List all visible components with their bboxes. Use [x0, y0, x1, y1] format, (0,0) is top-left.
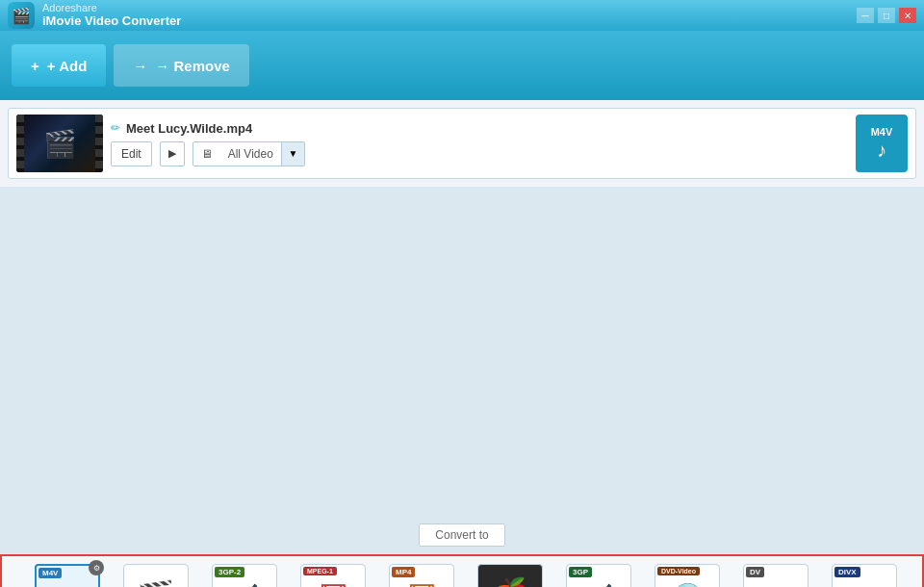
- format-item-dv[interactable]: DV 📷 DV: [733, 564, 818, 587]
- edit-button[interactable]: Edit: [111, 141, 152, 166]
- titlebar-controls: ─ □ ✕: [857, 8, 916, 23]
- file-list-area: 🎬 ✏ Meet Lucy.Wilde.mp4 Edit ▶ 🖥 All Vid…: [0, 100, 924, 187]
- format-item-dvd[interactable]: DVD-Video 💿 DVD-Video: [645, 564, 730, 587]
- mpeg1-icon: 🎞: [320, 581, 346, 588]
- file-controls: Edit ▶ 🖥 All Video ▼: [111, 141, 848, 166]
- 3gp2-badge: 3GP-2: [215, 567, 244, 577]
- gear-icon: ⚙: [89, 560, 104, 575]
- mpeg1-badge: MPEG-1: [303, 567, 337, 575]
- format-icons-list: ⚙ M4V ♪ M4V 🎬 iMovie 3GP-2 📹 3GP-2: [25, 564, 907, 587]
- maximize-button[interactable]: □: [878, 8, 895, 23]
- 3gp-badge: 3GP: [569, 567, 592, 577]
- ipad-icon: 🍎: [489, 576, 532, 587]
- format-item-3gp[interactable]: 3GP 📹 3GP: [556, 564, 641, 587]
- main-area: Convert to: [0, 187, 924, 554]
- imovie-icon: 🎬: [137, 578, 175, 587]
- format-item-m4v[interactable]: ⚙ M4V ♪ M4V: [25, 564, 110, 587]
- format-item-mp4[interactable]: MP4 🎞 MP4: [379, 564, 464, 587]
- dv-badge: DV: [746, 567, 764, 577]
- app-logo: 🎬: [8, 2, 35, 29]
- format-item-ipad[interactable]: 🍎 iPad: [468, 564, 552, 587]
- divx-badge: DIVX: [834, 567, 860, 577]
- 3gp-icon: 📹: [582, 581, 616, 588]
- format-dropdown-icon: 🖥: [193, 147, 220, 161]
- file-name-row: ✏ Meet Lucy.Wilde.mp4: [111, 121, 848, 136]
- badge-music-icon: ♪: [877, 140, 886, 162]
- file-name: Meet Lucy.Wilde.mp4: [126, 121, 252, 136]
- add-icon: +: [31, 58, 39, 74]
- close-button[interactable]: ✕: [899, 8, 916, 23]
- format-item-imovie[interactable]: 🎬 iMovie: [114, 564, 198, 587]
- format-item-mpeg1[interactable]: MPEG-1 🎞 MPEG-1: [291, 564, 375, 587]
- add-button[interactable]: + + Add: [12, 44, 106, 87]
- m4v-badge: M4V: [38, 568, 62, 578]
- format-item-3gp2[interactable]: 3GP-2 📹 3GP-2: [202, 564, 287, 587]
- nav-next-button[interactable]: ›: [909, 566, 924, 588]
- pencil-icon: ✏: [111, 121, 120, 135]
- format-panel: ‹ ⚙ M4V ♪ M4V 🎬 iMovie 3: [0, 554, 924, 587]
- titlebar: 🎬 Adoreshare iMovie Video Converter ─ □ …: [0, 0, 924, 31]
- dvd-badge: DVD-Video: [657, 567, 700, 575]
- dvd-icon: 💿: [671, 581, 705, 588]
- mp4-icon: 🎞: [408, 581, 435, 588]
- file-thumbnail: 🎬: [16, 115, 103, 172]
- file-info: ✏ Meet Lucy.Wilde.mp4 Edit ▶ 🖥 All Video…: [111, 121, 848, 166]
- 3gp2-icon: 📹: [228, 581, 262, 588]
- remove-button[interactable]: → → Remove: [114, 44, 249, 87]
- badge-format-label: M4V: [871, 126, 893, 138]
- dv-icon: 📷: [759, 581, 793, 588]
- remove-icon: →: [133, 58, 147, 74]
- app-name-block: Adoreshare iMovie Video Converter: [42, 2, 181, 29]
- thumbnail-image: 🎬: [16, 115, 103, 172]
- minimize-button[interactable]: ─: [857, 8, 874, 23]
- remove-label: → Remove: [155, 58, 230, 74]
- m4v-icon: ♪: [61, 581, 74, 587]
- app-title: iMovie Video Converter: [42, 13, 181, 29]
- format-item-divx[interactable]: DIVX ✖ DIVX: [822, 564, 907, 587]
- file-item: 🎬 ✏ Meet Lucy.Wilde.mp4 Edit ▶ 🖥 All Vid…: [8, 108, 916, 179]
- format-dropdown[interactable]: 🖥 All Video ▼: [192, 141, 305, 166]
- dropdown-arrow-button[interactable]: ▼: [281, 141, 304, 166]
- play-button[interactable]: ▶: [160, 141, 185, 166]
- titlebar-left: 🎬 Adoreshare iMovie Video Converter: [8, 2, 181, 29]
- output-format-badge: M4V ♪: [856, 115, 908, 172]
- app-company: Adoreshare: [42, 2, 181, 13]
- format-icons-row: ‹ ⚙ M4V ♪ M4V 🎬 iMovie 3: [2, 556, 922, 587]
- nav-prev-button[interactable]: ‹: [6, 566, 23, 588]
- toolbar: + + Add → → Remove: [0, 31, 924, 100]
- format-dropdown-label: All Video: [220, 147, 281, 161]
- mp4-badge: MP4: [392, 567, 415, 577]
- add-label: + Add: [47, 58, 88, 74]
- divx-icon: ✖: [854, 581, 876, 588]
- convert-to-label: Convert to: [419, 523, 504, 547]
